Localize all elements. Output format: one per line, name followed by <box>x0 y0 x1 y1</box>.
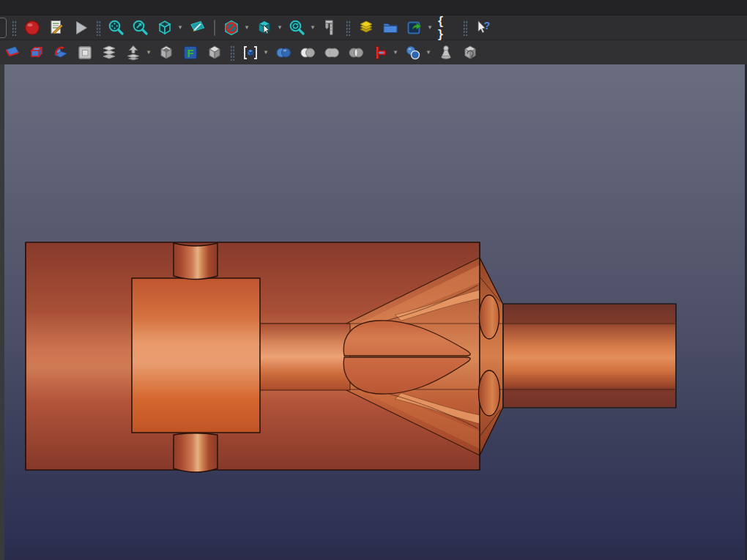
defeaturing-button[interactable] <box>436 42 456 63</box>
boolean-cut-button[interactable] <box>297 42 318 63</box>
chevron-down-icon[interactable]: ▾ <box>243 24 250 31</box>
part-workbench-button[interactable] <box>356 18 376 38</box>
view-plane-annotation-button[interactable] <box>187 18 208 38</box>
create-sketch-button[interactable] <box>2 42 23 63</box>
refine-cube-icon <box>461 43 480 62</box>
boolean-operation-button[interactable] <box>273 42 294 63</box>
play-icon <box>71 18 90 37</box>
sketch-arrow-icon <box>51 43 70 62</box>
svg-text:?: ? <box>484 20 491 31</box>
clipping-plane-button[interactable] <box>221 18 242 38</box>
cube-cursor-icon <box>255 18 274 37</box>
toolbar-handle[interactable] <box>12 20 17 36</box>
export-arrow-icon <box>405 18 424 37</box>
model-center-shaft[interactable] <box>260 324 350 390</box>
sketch-icon <box>3 43 22 62</box>
hollow-cube-icon <box>157 43 176 62</box>
help-cursor-icon: ? <box>474 18 493 37</box>
model-cap-hole-lower[interactable] <box>479 370 500 416</box>
toolbar-handle[interactable] <box>96 20 101 36</box>
join-connect-button[interactable] <box>403 42 423 63</box>
gray-cube-icon <box>205 43 224 62</box>
zoom-fit-all-button[interactable] <box>106 18 127 38</box>
model-bottom-port[interactable] <box>174 433 218 472</box>
refine-shape-button[interactable] <box>460 42 480 63</box>
chevron-down-icon[interactable]: ▾ <box>392 49 399 56</box>
zoom-selection-icon <box>131 18 150 37</box>
validate-face-button[interactable] <box>75 42 95 63</box>
zoom-fit-icon <box>107 18 126 37</box>
chevron-down-icon[interactable]: ▾ <box>176 24 184 31</box>
whats-this-help-button[interactable]: ? <box>473 18 494 38</box>
axonometric-cube-icon <box>155 18 174 37</box>
measure-button[interactable] <box>320 18 341 38</box>
zoom-sync-icon <box>288 18 307 37</box>
axonometric-view-button[interactable] <box>155 18 175 38</box>
box-sketch-icon <box>27 43 46 62</box>
toolbar-row2: ▾ F <box>0 40 747 65</box>
compound-tools-button[interactable] <box>240 42 261 63</box>
freecad-f-icon: F <box>181 43 200 62</box>
face-plate-icon <box>75 43 94 62</box>
up-arrow-planes-icon <box>124 43 143 62</box>
map-sketch-to-face-button[interactable] <box>26 42 47 63</box>
model-top-port[interactable] <box>174 243 218 280</box>
export-share-button[interactable] <box>404 18 425 38</box>
toolbar-handle[interactable] <box>346 20 351 36</box>
section-icon <box>371 43 390 62</box>
folder-icon <box>381 18 400 37</box>
cut-spheres-icon <box>298 43 317 62</box>
model-outlet-cylinder[interactable] <box>503 304 676 408</box>
record-icon <box>23 18 42 37</box>
solid-cube-button[interactable] <box>204 42 225 63</box>
zoom-selection-button[interactable] <box>130 18 151 38</box>
thickness-shell-button[interactable] <box>156 42 176 63</box>
extrude-offset-button[interactable] <box>123 42 144 63</box>
box-element-selection-button[interactable] <box>254 18 275 38</box>
compound-brackets-icon <box>241 43 260 62</box>
document-pen-icon <box>47 18 66 37</box>
viewport-3d[interactable] <box>0 64 747 560</box>
reorient-sketch-button[interactable] <box>51 42 71 63</box>
boolean-intersection-button[interactable] <box>346 42 366 63</box>
macro-record-button[interactable] <box>22 18 42 38</box>
clipping-hexagon-icon <box>222 18 241 37</box>
model-part[interactable] <box>26 242 676 472</box>
svg-text:F: F <box>187 46 193 59</box>
open-folder-button[interactable] <box>380 18 401 38</box>
macro-play-button[interactable] <box>70 18 91 38</box>
zoom-refresh-button[interactable] <box>287 18 308 38</box>
union-spheres-icon <box>322 43 341 62</box>
cross-sections-icon <box>100 43 119 62</box>
boolean-union-button[interactable] <box>322 42 342 63</box>
freecad-part-button[interactable]: F <box>180 42 201 63</box>
intersection-spheres-icon <box>346 43 365 62</box>
pawn-icon <box>436 43 456 62</box>
model-faceted-cap[interactable] <box>480 258 503 455</box>
chevron-down-icon[interactable]: ▾ <box>426 24 434 31</box>
macro-edit-button[interactable] <box>46 18 67 38</box>
chevron-down-icon[interactable]: ▾ <box>145 49 152 56</box>
chevron-down-icon[interactable]: ▾ <box>262 49 270 56</box>
freecad-window: ▾ ▾ ▾ <box>0 0 747 560</box>
cross-sections-button[interactable] <box>99 42 119 63</box>
flag-pen-icon <box>188 18 207 37</box>
edge-button[interactable] <box>0 18 7 38</box>
boolean-spheres-icon <box>274 43 293 62</box>
toolbar-handle[interactable] <box>463 20 468 36</box>
caliper-icon <box>321 18 340 37</box>
model-cap-hole-upper[interactable] <box>480 295 499 339</box>
connect-spheres-icon <box>404 43 423 62</box>
expression-braces-button[interactable]: { } <box>437 18 458 38</box>
titlebar-strip <box>0 0 747 15</box>
section-tools-button[interactable] <box>370 42 390 63</box>
toolbar-handle[interactable] <box>230 45 235 61</box>
model-canvas[interactable] <box>0 64 747 560</box>
toolbar-row1: ▾ ▾ ▾ <box>0 15 747 40</box>
braces-icon: { } <box>437 15 458 41</box>
chevron-down-icon[interactable]: ▾ <box>309 24 316 31</box>
model-inner-block[interactable] <box>132 278 260 433</box>
toolbar-separator <box>214 20 215 36</box>
chevron-down-icon[interactable]: ▾ <box>425 49 432 56</box>
chevron-down-icon[interactable]: ▾ <box>276 24 283 31</box>
